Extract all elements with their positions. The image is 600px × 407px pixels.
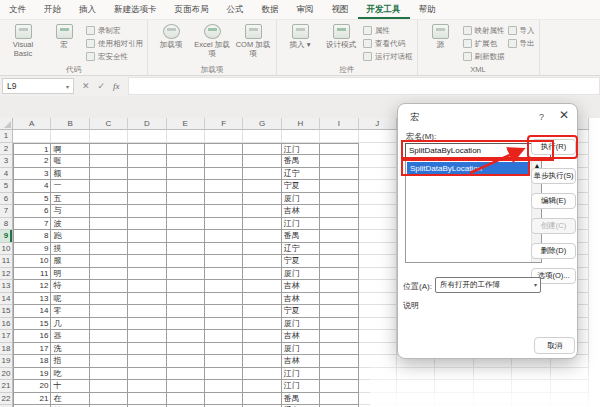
cell-F22[interactable] (205, 393, 243, 406)
cell-H7[interactable]: 吉林 (282, 205, 320, 218)
cell-G13[interactable] (243, 280, 281, 293)
cell-J8[interactable] (359, 218, 397, 231)
cell-H14[interactable]: 吉林 (282, 293, 320, 306)
cell-H22[interactable]: 番禺 (282, 393, 320, 406)
cell-F5[interactable] (205, 180, 243, 193)
cell-J11[interactable] (359, 255, 397, 268)
cell-F14[interactable] (205, 293, 243, 306)
cell-F1[interactable] (205, 130, 243, 143)
cell-J22[interactable] (359, 393, 397, 406)
cell-A9[interactable]: 8 (13, 230, 51, 243)
ribbon-tab-2[interactable]: 插入 (70, 0, 105, 19)
cell-F18[interactable] (205, 343, 243, 356)
cell-M21[interactable] (474, 380, 512, 393)
cell-B3[interactable]: 喔 (51, 155, 89, 168)
cell-I5[interactable] (320, 180, 358, 193)
cell-I16[interactable] (320, 318, 358, 331)
cell-G19[interactable] (243, 355, 281, 368)
insert-function-icon[interactable]: fx (113, 81, 120, 91)
cell-D12[interactable] (128, 268, 166, 281)
cell-J9[interactable] (359, 230, 397, 243)
column-header-I[interactable]: I (320, 118, 358, 130)
row-header-18[interactable]: 18 (0, 343, 13, 356)
run-dialog-button[interactable]: 运行对话框 (363, 51, 413, 62)
cell-H4[interactable]: 辽宁 (282, 168, 320, 181)
cell-L21[interactable] (435, 380, 473, 393)
cell-C16[interactable] (90, 318, 128, 331)
cell-C5[interactable] (90, 180, 128, 193)
record-macro-button[interactable]: 录制宏 (86, 25, 143, 36)
cell-I21[interactable] (320, 380, 358, 393)
cell-C21[interactable] (90, 380, 128, 393)
cell-N21[interactable] (512, 380, 550, 393)
cell-E8[interactable] (167, 218, 205, 231)
import-button[interactable]: 导入 (508, 25, 535, 36)
ribbon-tab-0[interactable]: 文件 (0, 0, 35, 19)
cell-I3[interactable] (320, 155, 358, 168)
cell-A1[interactable] (13, 130, 51, 143)
cell-F17[interactable] (205, 330, 243, 343)
cell-D1[interactable] (128, 130, 166, 143)
cell-J12[interactable] (359, 268, 397, 281)
column-header-H[interactable]: H (282, 118, 320, 130)
cell-B16[interactable]: 几 (51, 318, 89, 331)
row-header-11[interactable]: 11 (0, 255, 13, 268)
cell-E19[interactable] (167, 355, 205, 368)
cell-A19[interactable]: 18 (13, 355, 51, 368)
cell-A20[interactable]: 19 (13, 368, 51, 381)
cell-I9[interactable] (320, 230, 358, 243)
cell-G7[interactable] (243, 205, 281, 218)
cell-A6[interactable]: 5 (13, 193, 51, 206)
cell-M22[interactable] (474, 393, 512, 406)
cell-B11[interactable]: 服 (51, 255, 89, 268)
cell-D19[interactable] (128, 355, 166, 368)
cell-I20[interactable] (320, 368, 358, 381)
cell-C6[interactable] (90, 193, 128, 206)
cell-F7[interactable] (205, 205, 243, 218)
row-header-5[interactable]: 5 (0, 180, 13, 193)
cell-G16[interactable] (243, 318, 281, 331)
cell-C15[interactable] (90, 305, 128, 318)
cell-A17[interactable]: 16 (13, 330, 51, 343)
cell-D8[interactable] (128, 218, 166, 231)
cell-K22[interactable] (397, 393, 435, 406)
cell-A11[interactable]: 10 (13, 255, 51, 268)
cell-D15[interactable] (128, 305, 166, 318)
cell-B1[interactable] (51, 130, 89, 143)
ribbon-tab-1[interactable]: 开始 (35, 0, 70, 19)
cell-I6[interactable] (320, 193, 358, 206)
cell-A16[interactable]: 15 (13, 318, 51, 331)
cell-B7[interactable]: 与 (51, 205, 89, 218)
expansion-packs-button[interactable]: 扩展包 (463, 38, 505, 49)
cell-I10[interactable] (320, 243, 358, 256)
cell-J5[interactable] (359, 180, 397, 193)
cell-A5[interactable]: 4 (13, 180, 51, 193)
cell-F12[interactable] (205, 268, 243, 281)
cell-D22[interactable] (128, 393, 166, 406)
cell-C9[interactable] (90, 230, 128, 243)
row-header-2[interactable]: 2 (0, 143, 13, 156)
cell-J2[interactable] (359, 143, 397, 156)
cell-I22[interactable] (320, 393, 358, 406)
cell-E7[interactable] (167, 205, 205, 218)
dialog-button-4[interactable]: 删除(D) (531, 243, 576, 259)
cell-H16[interactable]: 厦门 (282, 318, 320, 331)
xml-source-button[interactable]: 源 (422, 21, 460, 50)
cell-A14[interactable]: 13 (13, 293, 51, 306)
row-header-8[interactable]: 8 (0, 218, 13, 231)
cell-H11[interactable]: 宁夏 (282, 255, 320, 268)
cell-H5[interactable]: 宁夏 (282, 180, 320, 193)
cell-D7[interactable] (128, 205, 166, 218)
cell-G18[interactable] (243, 343, 281, 356)
cell-B4[interactable]: 额 (51, 168, 89, 181)
cell-I13[interactable] (320, 280, 358, 293)
row-header-14[interactable]: 14 (0, 293, 13, 306)
cell-H18[interactable]: 厦门 (282, 343, 320, 356)
cell-E12[interactable] (167, 268, 205, 281)
cell-I8[interactable] (320, 218, 358, 231)
cell-E10[interactable] (167, 243, 205, 256)
cell-E18[interactable] (167, 343, 205, 356)
cell-F19[interactable] (205, 355, 243, 368)
cell-I4[interactable] (320, 168, 358, 181)
cell-H19[interactable]: 吉林 (282, 355, 320, 368)
